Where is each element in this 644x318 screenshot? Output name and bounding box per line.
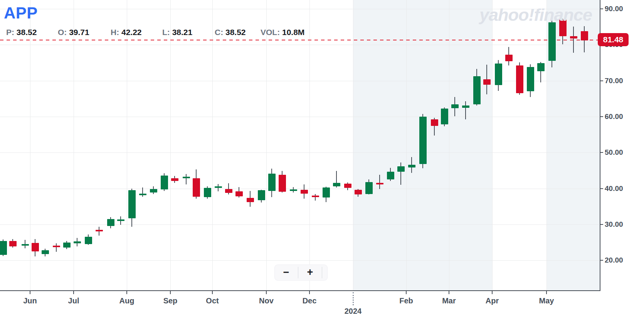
candle[interactable] (365, 182, 373, 194)
y-axis-tick-label: 30.00 (605, 220, 632, 229)
candle[interactable] (581, 31, 588, 40)
candle[interactable] (548, 22, 556, 61)
gridline-vertical (212, 0, 213, 291)
y-axis-tick-label: 70.00 (605, 77, 632, 85)
candle[interactable] (128, 190, 136, 218)
candle[interactable] (495, 64, 502, 85)
candle[interactable] (570, 36, 577, 38)
y-axis-tick (600, 116, 603, 117)
candle[interactable] (63, 243, 71, 248)
ohlc-field-value: 42.22 (121, 28, 142, 37)
candle[interactable] (419, 117, 427, 164)
candle[interactable] (235, 191, 243, 196)
x-axis-tick (30, 291, 30, 294)
zoom-out-button[interactable]: − (274, 264, 298, 281)
ohlc-field-value: 38.52 (225, 28, 246, 37)
candle[interactable] (183, 177, 190, 178)
candle[interactable] (279, 175, 286, 192)
last-price-badge: 81.48 (598, 33, 629, 46)
candle[interactable] (333, 183, 340, 186)
gridline-vertical (546, 0, 547, 291)
candle[interactable] (150, 189, 157, 192)
candle[interactable] (431, 119, 438, 126)
candle[interactable] (505, 55, 513, 61)
candle[interactable] (42, 250, 49, 254)
candle[interactable] (323, 187, 330, 197)
x-axis-month-label: Apr (477, 296, 508, 305)
gridline-vertical (406, 0, 407, 291)
x-axis-tick (266, 291, 267, 294)
candle[interactable] (204, 188, 211, 197)
zoom-control[interactable]: − + (274, 264, 328, 281)
x-axis-month-label: Nov (251, 296, 282, 305)
candle[interactable] (247, 198, 254, 202)
candle[interactable] (9, 241, 17, 246)
x-axis-tick (546, 291, 547, 294)
ohlc-field: L: 38.21 (162, 28, 192, 37)
yahoo-finance-watermark: yahoo!finance (462, 5, 592, 25)
candle[interactable] (408, 165, 415, 167)
candle[interactable] (107, 219, 114, 226)
ohlc-field: H: 42.22 (111, 28, 142, 37)
x-axis-tick (126, 291, 127, 294)
candle[interactable] (376, 183, 383, 184)
candle[interactable] (344, 184, 351, 188)
x-axis-year-label: 2024 (338, 307, 368, 316)
gridline-horizontal (0, 117, 600, 117)
ohlc-field-label: L: (162, 28, 172, 37)
candle[interactable] (301, 190, 308, 194)
candle[interactable] (290, 189, 297, 191)
candle[interactable] (171, 178, 178, 181)
candle[interactable] (0, 241, 7, 255)
candle[interactable] (527, 67, 534, 91)
candle[interactable] (193, 178, 200, 197)
candle-wick (400, 162, 401, 185)
candle[interactable] (215, 186, 222, 188)
ohlc-field-value: 38.52 (17, 28, 37, 37)
candle[interactable] (258, 190, 265, 200)
ohlc-field-label: H: (111, 28, 121, 37)
chart-widget: 90.0080.0070.0060.0050.0040.0030.0020.00… (0, 0, 644, 318)
x-axis-month-label: May (531, 296, 562, 305)
candle[interactable] (462, 105, 469, 108)
candle[interactable] (74, 241, 81, 243)
ohlc-field: VOL: 10.8M (261, 28, 304, 37)
gridline-horizontal (0, 260, 600, 261)
candle[interactable] (537, 63, 545, 71)
candle[interactable] (225, 189, 232, 193)
x-axis-month-label: Aug (111, 296, 142, 305)
candle[interactable] (516, 65, 523, 93)
ohlc-field-label: P: (6, 28, 17, 37)
candle[interactable] (22, 244, 29, 246)
candle[interactable] (161, 176, 168, 189)
x-axis-tick (492, 291, 493, 294)
candle[interactable] (441, 109, 448, 124)
candle[interactable] (268, 174, 276, 191)
ohlc-field-value: 38.21 (172, 28, 193, 37)
year-boundary-dotted-tick (353, 292, 354, 305)
gridline-vertical (127, 0, 127, 291)
candle[interactable] (117, 219, 124, 221)
candle[interactable] (312, 196, 319, 197)
y-axis-tick (600, 188, 603, 189)
candle[interactable] (53, 246, 60, 247)
candle[interactable] (355, 190, 362, 194)
zoom-in-button[interactable]: + (298, 264, 322, 281)
x-axis-tick (309, 291, 310, 294)
ohlc-field: O: 39.71 (58, 28, 89, 37)
gridline-horizontal (0, 152, 600, 153)
candle[interactable] (451, 104, 459, 108)
candle[interactable] (397, 166, 405, 172)
candle[interactable] (96, 230, 103, 231)
candle[interactable] (85, 237, 92, 244)
candle-wick (56, 243, 57, 252)
ohlc-field: P: 38.52 (6, 28, 37, 37)
candle[interactable] (473, 76, 481, 104)
candle[interactable] (483, 79, 491, 85)
candle[interactable] (139, 194, 146, 195)
candle[interactable] (32, 243, 39, 251)
y-axis-tick-label: 20.00 (605, 256, 632, 264)
candle-wick (142, 187, 143, 197)
y-axis-tick (600, 8, 603, 9)
candle[interactable] (387, 172, 394, 179)
